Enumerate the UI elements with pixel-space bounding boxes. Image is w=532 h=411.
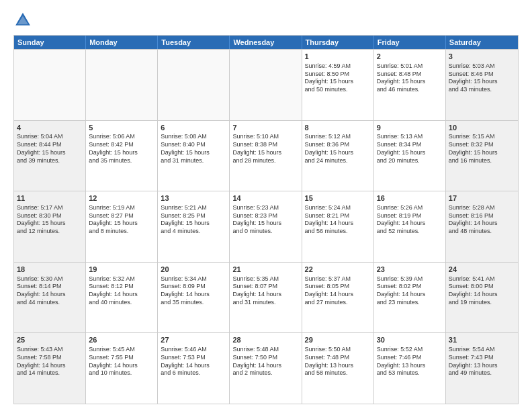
cell-text: Sunrise: 5:41 AM Sunset: 8:00 PM Dayligh… (449, 275, 515, 307)
cell-text: Sunrise: 5:04 AM Sunset: 8:44 PM Dayligh… (17, 133, 83, 165)
day-number: 29 (305, 335, 371, 345)
weekday-header: Friday (374, 36, 446, 49)
day-number: 25 (17, 335, 83, 345)
day-number: 2 (377, 52, 443, 62)
calendar-cell: 4Sunrise: 5:04 AM Sunset: 8:44 PM Daylig… (14, 121, 86, 191)
page: SundayMondayTuesdayWednesdayThursdayFrid… (0, 0, 532, 411)
calendar-cell: 28Sunrise: 5:48 AM Sunset: 7:50 PM Dayli… (230, 333, 302, 404)
calendar-body: 1Sunrise: 4:59 AM Sunset: 8:50 PM Daylig… (14, 49, 518, 404)
calendar-cell: 13Sunrise: 5:21 AM Sunset: 8:25 PM Dayli… (158, 191, 230, 262)
calendar-cell: 12Sunrise: 5:19 AM Sunset: 8:27 PM Dayli… (86, 191, 158, 262)
cell-text: Sunrise: 5:52 AM Sunset: 7:46 PM Dayligh… (377, 346, 443, 377)
calendar-cell: 31Sunrise: 5:54 AM Sunset: 7:43 PM Dayli… (446, 333, 518, 404)
logo (13, 11, 35, 30)
logo-icon (13, 11, 32, 30)
day-number: 22 (305, 265, 371, 275)
header (13, 11, 519, 30)
calendar-cell: 24Sunrise: 5:41 AM Sunset: 8:00 PM Dayli… (446, 263, 518, 333)
cell-text: Sunrise: 5:24 AM Sunset: 8:21 PM Dayligh… (305, 204, 371, 236)
weekday-header: Sunday (14, 36, 86, 49)
calendar-cell: 20Sunrise: 5:34 AM Sunset: 8:09 PM Dayli… (158, 263, 230, 333)
weekday-header: Wednesday (230, 36, 302, 49)
calendar-cell: 5Sunrise: 5:06 AM Sunset: 8:42 PM Daylig… (86, 121, 158, 191)
cell-text: Sunrise: 5:50 AM Sunset: 7:48 PM Dayligh… (305, 346, 371, 377)
cell-text: Sunrise: 5:08 AM Sunset: 8:40 PM Dayligh… (161, 133, 226, 165)
calendar-cell: 9Sunrise: 5:13 AM Sunset: 8:34 PM Daylig… (374, 121, 446, 191)
calendar-cell: 18Sunrise: 5:30 AM Sunset: 8:14 PM Dayli… (14, 263, 86, 333)
day-number: 23 (377, 265, 443, 275)
calendar-row: 4Sunrise: 5:04 AM Sunset: 8:44 PM Daylig… (14, 120, 518, 191)
calendar-cell: 29Sunrise: 5:50 AM Sunset: 7:48 PM Dayli… (302, 333, 374, 404)
cell-text: Sunrise: 5:46 AM Sunset: 7:53 PM Dayligh… (161, 346, 226, 377)
day-number: 26 (89, 335, 154, 345)
cell-text: Sunrise: 5:30 AM Sunset: 8:14 PM Dayligh… (17, 275, 83, 307)
calendar-cell: 14Sunrise: 5:23 AM Sunset: 8:23 PM Dayli… (230, 191, 302, 262)
day-number: 24 (449, 265, 515, 275)
cell-text: Sunrise: 5:32 AM Sunset: 8:12 PM Dayligh… (89, 275, 154, 307)
cell-text: Sunrise: 5:45 AM Sunset: 7:55 PM Dayligh… (89, 346, 154, 377)
day-number: 16 (377, 193, 443, 203)
cell-text: Sunrise: 5:06 AM Sunset: 8:42 PM Dayligh… (89, 133, 154, 165)
cell-text: Sunrise: 5:13 AM Sunset: 8:34 PM Dayligh… (377, 133, 443, 165)
calendar: SundayMondayTuesdayWednesdayThursdayFrid… (13, 35, 519, 404)
day-number: 13 (161, 193, 226, 203)
cell-text: Sunrise: 4:59 AM Sunset: 8:50 PM Dayligh… (305, 62, 371, 94)
day-number: 31 (449, 335, 515, 345)
calendar-cell: 21Sunrise: 5:35 AM Sunset: 8:07 PM Dayli… (230, 263, 302, 333)
cell-text: Sunrise: 5:12 AM Sunset: 8:36 PM Dayligh… (305, 133, 371, 165)
day-number: 5 (89, 123, 154, 133)
calendar-cell: 15Sunrise: 5:24 AM Sunset: 8:21 PM Dayli… (302, 191, 374, 262)
calendar-cell: 11Sunrise: 5:17 AM Sunset: 8:30 PM Dayli… (14, 191, 86, 262)
cell-text: Sunrise: 5:43 AM Sunset: 7:58 PM Dayligh… (17, 346, 83, 377)
weekday-header: Tuesday (158, 36, 230, 49)
calendar-cell: 22Sunrise: 5:37 AM Sunset: 8:05 PM Dayli… (302, 263, 374, 333)
calendar-row: 18Sunrise: 5:30 AM Sunset: 8:14 PM Dayli… (14, 262, 518, 333)
cell-text: Sunrise: 5:39 AM Sunset: 8:02 PM Dayligh… (377, 275, 443, 307)
calendar-cell: 7Sunrise: 5:10 AM Sunset: 8:38 PM Daylig… (230, 121, 302, 191)
cell-text: Sunrise: 5:48 AM Sunset: 7:50 PM Dayligh… (232, 346, 298, 377)
day-number: 11 (17, 193, 83, 203)
cell-text: Sunrise: 5:54 AM Sunset: 7:43 PM Dayligh… (449, 346, 515, 377)
calendar-cell: 25Sunrise: 5:43 AM Sunset: 7:58 PM Dayli… (14, 333, 86, 404)
calendar-cell: 23Sunrise: 5:39 AM Sunset: 8:02 PM Dayli… (374, 263, 446, 333)
calendar-cell (158, 50, 230, 120)
day-number: 27 (161, 335, 226, 345)
calendar-cell: 1Sunrise: 4:59 AM Sunset: 8:50 PM Daylig… (302, 50, 374, 120)
calendar-cell: 3Sunrise: 5:03 AM Sunset: 8:46 PM Daylig… (446, 50, 518, 120)
weekday-header: Monday (86, 36, 158, 49)
cell-text: Sunrise: 5:35 AM Sunset: 8:07 PM Dayligh… (232, 275, 298, 307)
calendar-row: 11Sunrise: 5:17 AM Sunset: 8:30 PM Dayli… (14, 191, 518, 262)
day-number: 7 (232, 123, 298, 133)
day-number: 28 (232, 335, 298, 345)
cell-text: Sunrise: 5:21 AM Sunset: 8:25 PM Dayligh… (161, 204, 226, 236)
day-number: 30 (377, 335, 443, 345)
calendar-cell: 19Sunrise: 5:32 AM Sunset: 8:12 PM Dayli… (86, 263, 158, 333)
weekday-header: Thursday (302, 36, 374, 49)
calendar-row: 1Sunrise: 4:59 AM Sunset: 8:50 PM Daylig… (14, 49, 518, 120)
day-number: 8 (305, 123, 371, 133)
calendar-header: SundayMondayTuesdayWednesdayThursdayFrid… (14, 36, 518, 49)
cell-text: Sunrise: 5:34 AM Sunset: 8:09 PM Dayligh… (161, 275, 226, 307)
calendar-cell (230, 50, 302, 120)
calendar-cell: 2Sunrise: 5:01 AM Sunset: 8:48 PM Daylig… (374, 50, 446, 120)
day-number: 21 (232, 265, 298, 275)
day-number: 12 (89, 193, 154, 203)
day-number: 17 (449, 193, 515, 203)
cell-text: Sunrise: 5:10 AM Sunset: 8:38 PM Dayligh… (232, 133, 298, 165)
calendar-cell: 27Sunrise: 5:46 AM Sunset: 7:53 PM Dayli… (158, 333, 230, 404)
cell-text: Sunrise: 5:19 AM Sunset: 8:27 PM Dayligh… (89, 204, 154, 236)
day-number: 15 (305, 193, 371, 203)
day-number: 20 (161, 265, 226, 275)
day-number: 19 (89, 265, 154, 275)
calendar-cell: 26Sunrise: 5:45 AM Sunset: 7:55 PM Dayli… (86, 333, 158, 404)
cell-text: Sunrise: 5:15 AM Sunset: 8:32 PM Dayligh… (449, 133, 515, 165)
cell-text: Sunrise: 5:37 AM Sunset: 8:05 PM Dayligh… (305, 275, 371, 307)
day-number: 3 (449, 52, 515, 62)
calendar-cell: 17Sunrise: 5:28 AM Sunset: 8:16 PM Dayli… (446, 191, 518, 262)
calendar-cell: 10Sunrise: 5:15 AM Sunset: 8:32 PM Dayli… (446, 121, 518, 191)
day-number: 9 (377, 123, 443, 133)
day-number: 6 (161, 123, 226, 133)
weekday-header: Saturday (446, 36, 518, 49)
cell-text: Sunrise: 5:26 AM Sunset: 8:19 PM Dayligh… (377, 204, 443, 236)
day-number: 14 (232, 193, 298, 203)
